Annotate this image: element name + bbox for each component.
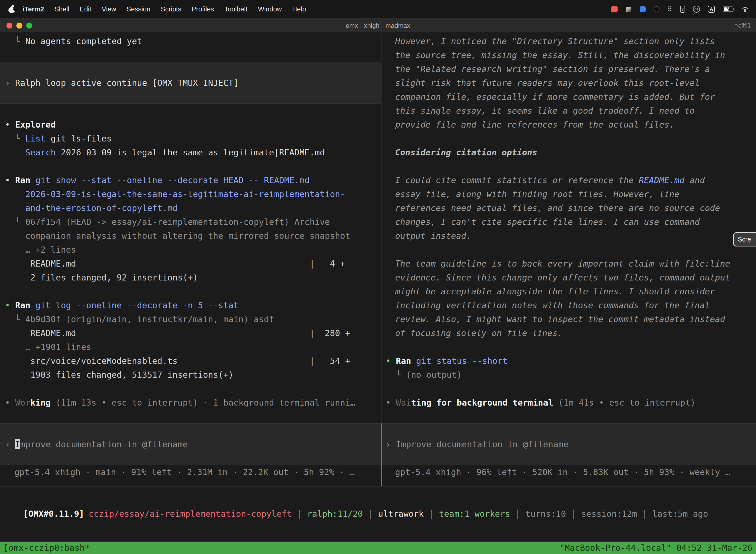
command-text: git log --oneline --decorate -n 5 --stat <box>36 300 239 310</box>
window-shortcut-badge: ⌥⌘1 <box>735 18 751 33</box>
battery-percent-icon[interactable]: 61 <box>693 6 700 13</box>
explored-search-line: Search 2026-03-09-is-legal-the-same-as-l… <box>5 146 381 159</box>
reasoning-text: this single essay, it seems like a good … <box>386 104 756 118</box>
wifi-icon[interactable] <box>741 6 749 12</box>
no-agents-text: No agents completed yet <box>25 36 142 46</box>
command-text: 2026-03-09-is-legal-the-same-as-legitima… <box>5 189 345 199</box>
git-show-output-more: … +2 lines <box>5 243 381 257</box>
reasoning-line: the "Related research writing" section i… <box>395 64 710 74</box>
omx-session-label: session:12m <box>581 509 637 519</box>
bullet-icon: • <box>5 300 15 310</box>
menu-session[interactable]: Session <box>121 5 155 13</box>
waiting-label: ting for background terminal <box>411 398 553 407</box>
git-log-more: … +1901 lines <box>5 340 381 354</box>
omx-version-badge: [OMX#0.11.9] <box>23 509 84 519</box>
bullet-icon: • <box>5 398 15 407</box>
list-args: git ls-files <box>46 133 112 144</box>
separator: | <box>292 509 307 519</box>
menu-shell[interactable]: Shell <box>49 5 75 13</box>
ralph-loop-text: Ralph loop active continue [OMX_TMUX_INJ… <box>15 78 239 88</box>
menu-profiles[interactable]: Profiles <box>187 5 219 13</box>
reasoning-text: the source tree, missing the essay. Stil… <box>386 48 756 62</box>
blue-app-icon[interactable] <box>640 6 646 12</box>
right-terminal-pane[interactable]: However, I noticed the "Directory Struct… <box>382 33 756 486</box>
iterm2-window: iTerm2 Shell Edit View Session Scripts P… <box>0 0 756 554</box>
tree-branch-glyph: └ <box>386 370 406 380</box>
readme-link: README.md <box>639 175 685 185</box>
blank-line <box>386 243 756 257</box>
separator: | <box>363 509 378 519</box>
reasoning-text: companion file, especially if more comme… <box>386 90 756 104</box>
menu-toolbelt[interactable]: Toolbelt <box>219 5 253 13</box>
prompt-input[interactable]: › Improve documentation in @filename <box>0 424 381 465</box>
pane-divider[interactable] <box>381 33 382 486</box>
reasoning-line: provide file and line references from th… <box>395 120 674 129</box>
zoom-button[interactable] <box>26 22 32 29</box>
commit-summary: companion analysis without altering the … <box>5 231 350 241</box>
apple-menu-icon[interactable] <box>8 5 15 13</box>
window-title-bar[interactable]: omx --xhigh --madmax ⌥⌘1 <box>0 18 756 33</box>
reasoning-line: companion file, especially if more comme… <box>395 92 715 102</box>
phone-icon[interactable]: 8 <box>680 6 685 13</box>
reasoning-text: I could cite commit statistics or refere… <box>386 173 756 187</box>
screen-recording-indicator-icon[interactable] <box>611 6 618 12</box>
git-show-command-wrap: and-the-erosion-of-copyleft.md <box>5 201 381 215</box>
omx-ralph-counter: ralph:11/20 <box>307 509 363 519</box>
battery-icon[interactable]: ϟ <box>723 6 733 12</box>
git-show-output: └ 067f154 (HEAD -> essay/ai-reimplementa… <box>5 215 381 229</box>
spacer <box>30 175 35 185</box>
spinner-shimmer: Wai <box>396 398 411 407</box>
terminal-panes: └ No agents completed yet› Ralph loop ac… <box>0 33 756 486</box>
search-verb: Search <box>25 148 56 157</box>
reasoning-text: references need actual files, and since … <box>386 201 756 215</box>
bullet-icon: • <box>5 175 15 185</box>
blank-line <box>5 409 381 424</box>
reasoning-line: However, I noticed the "Directory Struct… <box>395 36 715 46</box>
ran-label: Ran <box>15 175 30 185</box>
bullet-icon: • <box>386 398 396 407</box>
omx-team-label: team:1 workers <box>439 509 510 519</box>
diffstat-summary: 2 files changed, 92 insertions(+) <box>5 273 198 282</box>
dots-grid-icon[interactable]: ⠿ <box>668 5 672 13</box>
menu-window[interactable]: Window <box>253 5 287 13</box>
window-tiles-icon[interactable]: ▦ <box>626 5 632 13</box>
ran-label: Ran <box>396 356 411 366</box>
bullet-icon: • <box>5 120 15 129</box>
git-log-stat: 1903 files changed, 513517 insertions(+) <box>5 368 381 382</box>
minimize-button[interactable] <box>16 22 22 29</box>
window-title: omx --xhigh --madmax <box>0 18 756 33</box>
macos-menu-bar: iTerm2 Shell Edit View Session Scripts P… <box>0 0 756 18</box>
status-divider <box>0 486 756 487</box>
working-label: king <box>30 398 51 407</box>
reasoning-text: essay file, along with finding root file… <box>386 187 756 201</box>
menu-edit[interactable]: Edit <box>75 5 97 13</box>
model-status-text: gpt-5.4 xhigh · 96% left · 520K in · 5.8… <box>395 467 730 477</box>
no-agents-line: └ No agents completed yet <box>5 34 381 48</box>
command-text: git show --stat --oneline --decorate HEA… <box>36 175 310 185</box>
reasoning-line: evidence. Since this change only affects… <box>395 273 730 282</box>
blank-line <box>386 131 756 146</box>
left-terminal-pane[interactable]: └ No agents completed yet› Ralph loop ac… <box>0 33 381 486</box>
commit-summary: 067f154 (HEAD -> essay/ai-reimplementati… <box>25 217 330 227</box>
menu-scripts[interactable]: Scripts <box>155 5 187 13</box>
omx-last-label: last:5m ago <box>652 509 708 519</box>
working-status: • Working (11m 13s • esc to interrupt) ·… <box>5 396 381 409</box>
input-text: Improve documentation in @filename <box>396 439 568 449</box>
close-button[interactable] <box>6 22 12 29</box>
indent-spaces <box>5 148 25 157</box>
blank-line <box>5 284 381 298</box>
reasoning-text: including verification notes with those … <box>386 298 756 312</box>
menu-help[interactable]: Help <box>287 5 311 13</box>
prompt-input[interactable]: › Improve documentation in @filename <box>382 424 756 465</box>
reasoning-text: of focusing solely on file lines. <box>386 326 756 340</box>
spinner-shimmer: Wor <box>15 398 30 407</box>
blank-line <box>5 48 381 62</box>
input-source-icon[interactable]: A <box>708 6 715 13</box>
input-text: mprove documentation in @filename <box>20 439 188 449</box>
dark-app-icon[interactable] <box>653 6 659 12</box>
menu-view[interactable]: View <box>97 5 121 13</box>
menu-iterm2[interactable]: iTerm2 <box>17 5 49 13</box>
screen-share-tab[interactable]: Scre <box>733 232 756 246</box>
blank-line <box>5 104 381 118</box>
session-status: gpt-5.4 xhigh · main · 91% left · 2.31M … <box>5 465 381 479</box>
